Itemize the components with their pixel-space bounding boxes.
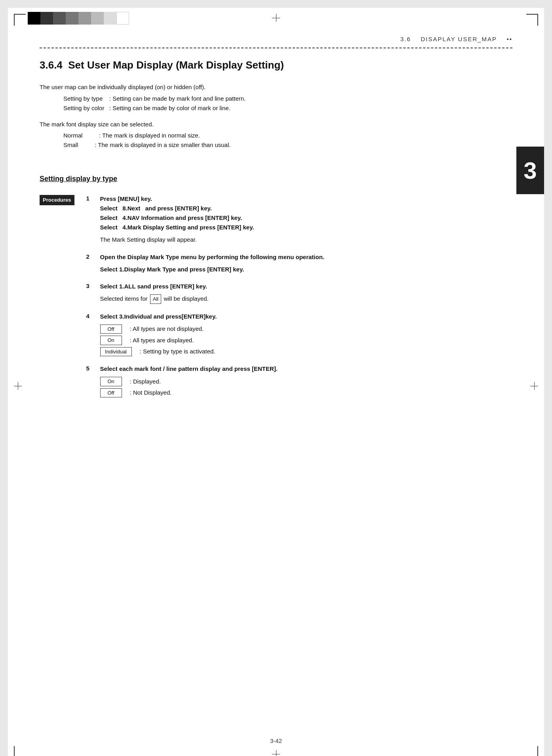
step-5-num: 5: [86, 364, 94, 373]
indent3-label: Normal: [63, 132, 82, 139]
indent3-value: : The mark is displayed in normal size.: [99, 132, 200, 139]
step-1-text: Press [MENU] key. Select 8.Next and pres…: [100, 194, 254, 232]
cross-mark-bottom: [272, 750, 280, 756]
off-desc-2: : Not Displayed.: [130, 388, 172, 397]
on-desc-2: : Displayed.: [130, 377, 161, 386]
page-number: 3-42: [270, 737, 282, 744]
cross-mark-top: [272, 14, 280, 22]
step-1-note: The Mark Setting display will appear.: [100, 235, 504, 244]
step-5-text: Select each mark font / line pattern dis…: [100, 364, 278, 374]
corner-mark-tr: [526, 14, 538, 26]
indent2-label: Setting by color: [63, 105, 104, 111]
intro-indent4: Small : The mark is displayed in a size …: [63, 140, 504, 150]
step-3-text: Select 1.ALL sand press [ENTER] key.: [100, 282, 207, 291]
indent1-label: Setting by type: [63, 95, 103, 102]
off-box-2: Off: [100, 388, 122, 398]
procedures-label: Procedures: [40, 195, 74, 205]
intro-indent3: Normal : The mark is displayed in normal…: [63, 131, 504, 140]
corner-mark-br: [526, 746, 538, 756]
page-header: 3.6 DISAPLAY USER_MAP ••: [400, 36, 512, 42]
on-desc-1: : All types are displayed.: [130, 336, 194, 345]
option-on: On : All types are displayed.: [100, 336, 504, 345]
step-2-num: 2: [86, 252, 94, 262]
step-3: 3 Select 1.ALL sand press [ENTER] key. S…: [86, 282, 504, 304]
option-off: Off : All types are not displayed.: [100, 325, 504, 334]
step-4-header: 4 Select 3.Individual and press[ENTER]ke…: [86, 312, 504, 321]
step-3-num: 3: [86, 282, 94, 291]
option-individual: Individual : Setting by type is activate…: [100, 347, 504, 357]
on-box-2: On: [100, 377, 122, 386]
step-2: 2 Open the Display Mark Type menu by per…: [86, 252, 504, 274]
indent4-label: Small: [63, 141, 78, 148]
header-divider: [40, 48, 512, 48]
reg-block-4: [66, 12, 78, 25]
all-box: All: [150, 294, 161, 304]
step-1-header: 1 Press [MENU] key. Select 8.Next and pr…: [86, 194, 504, 232]
registration-blocks: [28, 12, 129, 25]
section-heading: Set User Map Display (Mark Display Setti…: [68, 59, 284, 71]
section-num: 3.6.4: [40, 59, 63, 71]
section-title: 3.6.4 Set User Map Display (Mark Display…: [40, 57, 504, 73]
individual-box: Individual: [100, 347, 132, 357]
option-on-2: On : Displayed.: [100, 377, 504, 386]
intro-line1: The user map can be individually display…: [40, 83, 504, 92]
subsection-title: Setting display by type: [40, 174, 504, 184]
step-4: 4 Select 3.Individual and press[ENTER]ke…: [86, 312, 504, 357]
step-3-note: Selected items for All will be displayed…: [100, 294, 504, 304]
cross-mark-right: [530, 382, 538, 390]
reg-block-1: [28, 12, 40, 25]
option-off-2: Off : Not Displayed.: [100, 388, 504, 398]
chapter-number: 3: [523, 157, 537, 184]
indent4-value: : The mark is displayed in a size smalle…: [95, 141, 230, 148]
corner-mark-bl: [14, 746, 26, 756]
reg-block-6: [91, 12, 104, 25]
off-desc-1: : All types are not displayed.: [130, 325, 204, 334]
reg-block-8: [116, 12, 129, 25]
steps-content: 1 Press [MENU] key. Select 8.Next and pr…: [86, 194, 504, 405]
section-title-header: DISAPLAY USER_MAP: [421, 36, 497, 42]
page: 3.6 DISAPLAY USER_MAP •• 3 3.6.4 Set Use…: [8, 8, 544, 756]
corner-mark-tl: [14, 14, 26, 26]
step-2-header: 2 Open the Display Mark Type menu by per…: [86, 252, 504, 262]
intro-indent2: Setting by color : Setting can be made b…: [63, 103, 504, 113]
step-5-header: 5 Select each mark font / line pattern d…: [86, 364, 504, 374]
step-4-text: Select 3.Individual and press[ENTER]key.: [100, 312, 217, 321]
intro-line2: The mark font display size can be select…: [40, 120, 504, 129]
section-number: 3.6: [400, 36, 411, 42]
individual-desc: : Setting by type is activated.: [140, 347, 215, 356]
chapter-tab: 3: [516, 147, 544, 194]
reg-block-3: [53, 12, 66, 25]
off-box-1: Off: [100, 325, 122, 334]
step-5-options: On : Displayed. Off : Not Displayed.: [100, 377, 504, 397]
indent2-value: : Setting can be made by color of mark o…: [109, 105, 230, 111]
page-footer: 3-42: [8, 737, 544, 744]
on-box-1: On: [100, 336, 122, 345]
intro-indent1: Setting by type : Setting can be made by…: [63, 94, 504, 103]
reg-block-5: [78, 12, 91, 25]
step-1: 1 Press [MENU] key. Select 8.Next and pr…: [86, 194, 504, 244]
step-4-num: 4: [86, 312, 94, 321]
step-3-header: 3 Select 1.ALL sand press [ENTER] key.: [86, 282, 504, 291]
step-4-options: Off : All types are not displayed. On : …: [100, 325, 504, 357]
step-1-num: 1: [86, 194, 94, 203]
procedures-section: Procedures 1 Press [MENU] key. Select 8.…: [40, 194, 504, 405]
indent1-value: : Setting can be made by mark font and l…: [109, 95, 246, 102]
main-content: 3.6.4 Set User Map Display (Mark Display…: [40, 53, 504, 405]
cross-mark-left: [14, 382, 22, 390]
step-2-text: Open the Display Mark Type menu by perfo…: [100, 252, 324, 262]
reg-block-7: [104, 12, 116, 25]
step-5: 5 Select each mark font / line pattern d…: [86, 364, 504, 397]
reg-block-2: [40, 12, 53, 25]
step-2-bold: Select 1.Display Mark Type and press [EN…: [100, 265, 504, 274]
header-dots: ••: [506, 36, 512, 42]
